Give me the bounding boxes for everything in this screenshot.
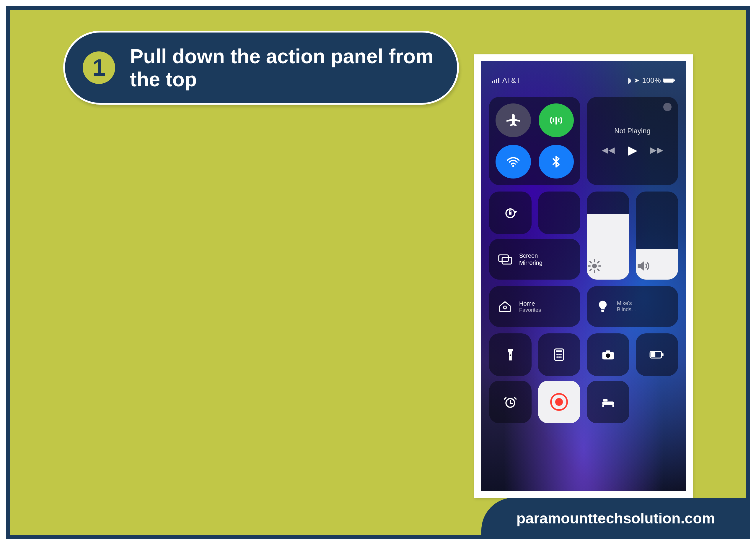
- svg-point-19: [560, 356, 562, 358]
- brightness-icon: [587, 258, 629, 274]
- svg-rect-24: [651, 352, 656, 357]
- flashlight-button[interactable]: [489, 334, 532, 376]
- svg-point-11: [509, 354, 511, 356]
- previous-track-button[interactable]: ◀◀: [602, 145, 615, 155]
- bluetooth-toggle[interactable]: [539, 145, 574, 178]
- calculator-button[interactable]: [538, 334, 581, 376]
- camera-button[interactable]: [587, 334, 629, 376]
- next-track-button[interactable]: ▶▶: [650, 145, 663, 155]
- svg-rect-1: [664, 79, 673, 82]
- svg-rect-28: [602, 405, 604, 407]
- website-url: paramounttechsolution.com: [517, 510, 715, 527]
- control-center-grid: Not Playing ◀◀ ▶ ▶▶: [489, 97, 678, 422]
- play-button[interactable]: ▶: [628, 143, 637, 157]
- svg-point-6: [592, 263, 597, 268]
- brightness-slider[interactable]: [587, 191, 629, 280]
- svg-rect-10: [601, 310, 604, 312]
- svg-point-18: [558, 356, 560, 358]
- screen-mirroring-label: Screen: [519, 252, 542, 259]
- ios-control-center: AT&T ◗ ➤ 100%: [481, 61, 686, 491]
- svg-point-14: [556, 354, 558, 355]
- battery-icon: [663, 74, 675, 86]
- status-bar: AT&T ◗ ➤ 100%: [489, 69, 678, 97]
- home-favorites-button[interactable]: Home Favorites: [489, 286, 580, 327]
- screen-mirroring-icon: [497, 251, 513, 267]
- low-power-mode-button[interactable]: [636, 334, 678, 376]
- media-platter[interactable]: Not Playing ◀◀ ▶ ▶▶: [587, 97, 678, 185]
- step-number-badge: 1: [83, 51, 115, 84]
- slide-frame: 1 Pull down the action panel from the to…: [6, 6, 750, 539]
- svg-point-16: [560, 354, 562, 355]
- svg-rect-29: [612, 405, 614, 407]
- lightbulb-icon: [595, 299, 610, 314]
- home-favorites-label: Home: [519, 300, 541, 307]
- home-icon: [497, 299, 513, 314]
- svg-point-3: [512, 165, 514, 167]
- svg-rect-5: [509, 212, 511, 215]
- screen-mirroring-button[interactable]: Screen Mirroring: [489, 239, 580, 280]
- location-icon: ➤: [634, 76, 640, 84]
- website-banner: paramounttechsolution.com: [481, 498, 750, 539]
- wifi-toggle[interactable]: [496, 145, 531, 178]
- svg-point-9: [504, 306, 506, 309]
- network-platter[interactable]: [489, 97, 580, 185]
- phone-screenshot-frame: AT&T ◗ ➤ 100%: [474, 54, 693, 498]
- rotation-lock-toggle[interactable]: [489, 191, 532, 234]
- svg-rect-7: [499, 255, 509, 261]
- svg-rect-2: [674, 79, 675, 82]
- svg-rect-22: [606, 350, 610, 352]
- bedtime-button[interactable]: [587, 381, 629, 423]
- airplay-icon[interactable]: [663, 103, 672, 111]
- svg-rect-25: [662, 353, 664, 356]
- volume-icon: [636, 258, 678, 274]
- now-playing-label: Not Playing: [614, 127, 651, 135]
- empty-cell: [636, 381, 678, 423]
- record-icon: [550, 393, 568, 411]
- do-not-disturb-toggle[interactable]: [538, 191, 581, 234]
- svg-point-17: [556, 356, 558, 358]
- svg-rect-27: [602, 401, 614, 405]
- instruction-callout: 1 Pull down the action panel from the to…: [63, 31, 459, 105]
- svg-rect-8: [502, 257, 512, 264]
- screen-record-button[interactable]: [538, 381, 581, 423]
- carrier-label: AT&T: [502, 76, 521, 84]
- smart-device-label: Mike's: [617, 300, 637, 307]
- airplane-mode-toggle[interactable]: [496, 103, 531, 137]
- cellular-data-toggle[interactable]: [539, 103, 574, 137]
- instruction-text: Pull down the action panel from the top: [130, 45, 439, 91]
- svg-rect-13: [556, 350, 562, 352]
- alarm-button[interactable]: [489, 381, 532, 423]
- battery-percent: 100%: [642, 76, 661, 84]
- svg-point-15: [558, 354, 560, 355]
- do-not-disturb-icon: ◗: [628, 76, 632, 84]
- svg-rect-30: [603, 399, 608, 401]
- svg-point-21: [606, 354, 610, 358]
- signal-icon: [492, 78, 499, 83]
- volume-slider[interactable]: [636, 191, 678, 280]
- smart-device-button[interactable]: Mike's Blinds…: [587, 286, 678, 327]
